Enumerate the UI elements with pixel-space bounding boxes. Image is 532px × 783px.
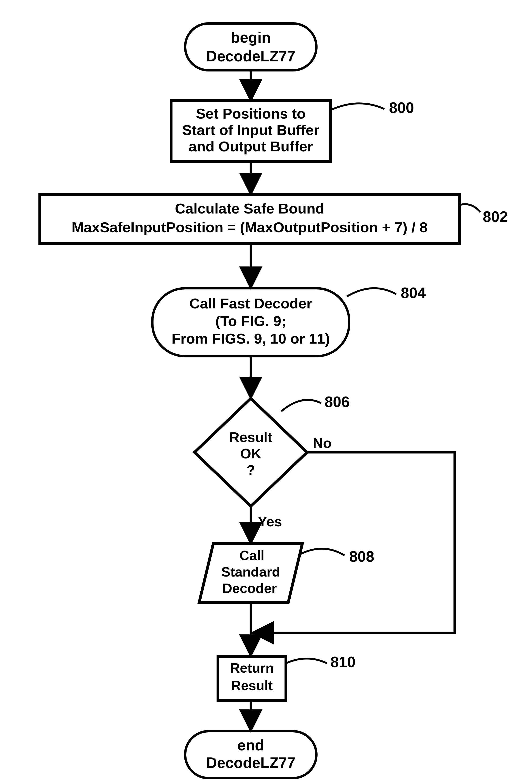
edge-label-yes: Yes (258, 514, 282, 529)
safe-bound-line1: Calculate Safe Bound (175, 200, 324, 217)
fast-decoder-line3: From FIGS. 9, 10 or 11) (171, 331, 330, 347)
set-positions-line1: Set Positions to (196, 105, 306, 122)
decision-line3: ? (247, 462, 255, 478)
safe-bound-line2: MaxSafeInputPosition = (MaxOutputPositio… (71, 219, 428, 235)
start-terminator: begin DecodeLZ77 (185, 24, 316, 70)
safe-bound-process: Calculate Safe Bound MaxSafeInputPositio… (40, 194, 508, 244)
callout-804: 804 (401, 284, 426, 302)
end-terminator: end DecodeLZ77 (185, 731, 316, 778)
callout-810: 810 (331, 654, 355, 670)
std-decoder-line1: Call (240, 548, 264, 563)
fast-decoder-process: Call Fast Decoder (To FIG. 9; From FIGS.… (152, 284, 426, 356)
start-line2: DecodeLZ77 (206, 48, 295, 65)
flowchart-canvas: begin DecodeLZ77 Set Positions to Start … (0, 0, 532, 783)
end-line2: DecodeLZ77 (206, 754, 295, 771)
start-line1: begin (231, 29, 271, 46)
set-positions-line2: Start of Input Buffer (182, 122, 319, 138)
return-result-line2: Result (231, 678, 273, 693)
std-decoder-line2: Standard (221, 564, 280, 580)
end-line1: end (238, 737, 264, 754)
decision-line2: OK (240, 446, 261, 462)
edge-label-no: No (313, 435, 332, 451)
decision-line1: Result (229, 429, 272, 445)
set-positions-process: Set Positions to Start of Input Buffer a… (171, 99, 414, 162)
callout-808: 808 (349, 548, 374, 565)
fast-decoder-line1: Call Fast Decoder (189, 295, 312, 311)
callout-802: 802 (483, 208, 508, 225)
return-result-line1: Return (230, 660, 274, 676)
callout-800: 800 (389, 99, 414, 116)
return-result-process: Return Result 810 (218, 654, 355, 701)
callout-806: 806 (324, 394, 350, 410)
std-decoder-process: Call Standard Decoder 808 (199, 544, 374, 602)
set-positions-line3: and Output Buffer (189, 138, 313, 154)
fast-decoder-line2: (To FIG. 9; (215, 313, 286, 329)
std-decoder-line3: Decoder (222, 581, 277, 596)
